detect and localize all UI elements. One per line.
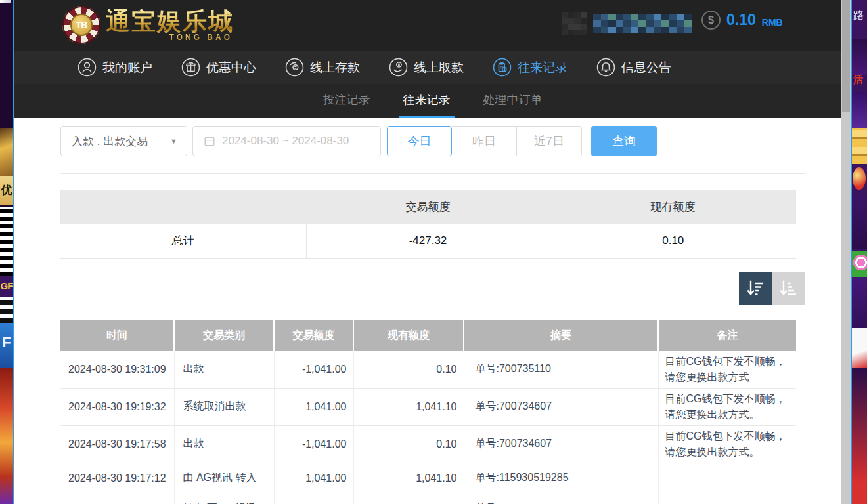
background-promo-badge: 优 [0, 176, 13, 205]
select-value: 入款 . 出款交易 [72, 134, 148, 149]
cell-amount: 1,041.00 [274, 463, 353, 494]
cell-type: 出款 [174, 425, 274, 463]
summary-header-row: 交易额度 现有额度 [60, 190, 796, 224]
table-row: 2024-08-30 19:17:12 由 AG视讯 转入 1,041.00 1… [60, 463, 796, 494]
background-candy-art [852, 251, 867, 277]
col-header-remark: 备注 [658, 320, 796, 351]
record-tabs: 投注记录 往来记录 处理中订单 [14, 84, 851, 118]
nav-item-withdraw[interactable]: 线上取款 [389, 58, 464, 77]
today-button[interactable]: 今日 [387, 126, 452, 156]
dollar-icon: $ [701, 10, 721, 30]
table-row: 2024-08-30 19:31:09 出款 -1,041.00 0.10 单号… [60, 351, 796, 388]
background-art [852, 92, 867, 128]
table-row: 2024-08-30 19:17:58 出款 -1,041.00 0.10 单号… [60, 425, 796, 463]
summary-total-row: 总计 -427.32 0.10 [60, 224, 796, 258]
chip-monogram: TB [70, 14, 93, 36]
background-art [852, 368, 867, 504]
avatar [562, 12, 587, 35]
table-header-row: 时间 交易类别 交易额度 现有额度 摘要 备注 [60, 320, 796, 351]
nav-label: 优惠中心 [206, 59, 256, 76]
tab-pending-orders[interactable]: 处理中订单 [479, 84, 546, 118]
cell-type: 转出 至 AG视讯 [174, 494, 274, 504]
nav-label: 我的账户 [102, 59, 152, 76]
gift-icon [181, 58, 200, 77]
date-range-value: 2024-08-30 ~ 2024-08-30 [222, 135, 349, 148]
nav-label: 信息公告 [621, 59, 671, 76]
background-coin-art [0, 128, 13, 177]
deposit-icon [285, 58, 304, 77]
account-modal: TB 通宝娱乐城 TONG BAO $ 0.10 RMB 我的账户 [13, 0, 852, 504]
background-page-left-strip: 优 GF F [0, 0, 13, 504]
summary-header-empty [60, 190, 306, 224]
scrollbar-thumb[interactable] [842, 0, 850, 112]
nav-item-promotions[interactable]: 优惠中心 [181, 58, 256, 77]
cell-type: 由 AG视讯 转入 [174, 463, 274, 494]
background-letter-art: F [0, 323, 13, 368]
tab-transaction-records[interactable]: 往来记录 [399, 84, 455, 118]
bell-icon [596, 58, 615, 77]
cell-remark: 目前CG钱包下发不顺畅，请您更换出款方式。 [658, 388, 796, 425]
sort-descending-button[interactable] [739, 272, 772, 305]
summary-total-amount: -427.32 [306, 224, 550, 258]
table-row: 2024-08-30 19:19:32 系统取消出款 1,041.00 1,04… [60, 388, 796, 425]
col-header-type: 交易类别 [174, 320, 274, 351]
date-range-input[interactable]: 2024-08-30 ~ 2024-08-30 [192, 126, 381, 156]
brand-title: 通宝娱乐城 TONG BAO [106, 6, 234, 36]
cell-summary: 单号:700735110 [464, 351, 658, 388]
sort-controls [60, 272, 805, 305]
cell-type: 系统取消出款 [174, 388, 274, 425]
cell-balance: 1,041.10 [353, 388, 464, 425]
nav-item-deposit[interactable]: 线上存款 [285, 58, 360, 77]
sort-ascending-button[interactable] [772, 272, 805, 305]
top-header: TB 通宝娱乐城 TONG BAO $ 0.10 RMB [14, 0, 851, 51]
brand-name: 通宝娱乐城 [106, 6, 234, 36]
cell-amount: -965.00 [274, 494, 353, 504]
brand-logo: TB 通宝娱乐城 TONG BAO [62, 6, 234, 44]
background-gf-logo: GF [0, 276, 13, 297]
tab-betting-records[interactable]: 投注记录 [319, 84, 374, 118]
vertical-scrollbar[interactable] [841, 0, 851, 504]
nav-item-announcements[interactable]: 信息公告 [596, 58, 671, 77]
cell-remark: 目前CG钱包下发不顺畅，请您更换出款方式 [658, 351, 796, 388]
cell-amount: -1,041.00 [274, 351, 353, 388]
divider [60, 173, 805, 174]
cell-summary: 单号:700734607 [464, 425, 658, 463]
cell-amount: 1,041.00 [274, 388, 353, 425]
nav-item-my-account[interactable]: 我的账户 [78, 58, 152, 77]
yesterday-button[interactable]: 昨日 [452, 126, 517, 156]
summary-total-label: 总计 [60, 224, 306, 258]
sort-descending-icon [745, 280, 765, 297]
background-art [852, 39, 867, 75]
nav-label: 往来记录 [518, 59, 567, 76]
cell-summary: 单号:115930500401 [464, 494, 658, 504]
background-page-right-strip: 路 活 [852, 0, 867, 504]
casino-chip-icon: TB [62, 6, 100, 44]
transaction-type-select[interactable]: 入款 . 出款交易 ▼ [60, 126, 187, 156]
col-header-balance: 现有额度 [353, 320, 464, 351]
cell-balance: 1,041.10 [353, 463, 464, 494]
search-button[interactable]: 查询 [591, 126, 657, 156]
summary-header-transaction-amount: 交易额度 [306, 190, 550, 224]
cell-time: 2024-08-30 19:17:58 [60, 425, 174, 463]
quick-date-buttons: 今日 昨日 近7日 [387, 126, 582, 156]
transactions-table: 时间 交易类别 交易额度 现有额度 摘要 备注 2024-08-30 19:31… [60, 320, 796, 504]
background-text: 路 [853, 8, 864, 23]
background-art [852, 194, 867, 249]
cell-balance: 0.10 [353, 494, 464, 504]
last-7-days-button[interactable]: 近7日 [517, 126, 582, 156]
filter-bar: 入款 . 出款交易 ▼ 2024-08-30 ~ 2024-08-30 今日 昨… [60, 126, 805, 156]
records-icon [493, 58, 512, 77]
cell-remark: 目前CG钱包下发不顺畅，请您更换出款方式。 [658, 425, 796, 463]
page: 优 GF F 路 活 TB 通宝娱乐城 TONG [0, 0, 867, 504]
username-pixelated [593, 14, 692, 33]
nav-item-transaction-records[interactable]: 往来记录 [493, 58, 567, 77]
cell-summary: 单号:115930519285 [464, 463, 658, 494]
table-row: 2024-08-30 19:10:45 转出 至 AG视讯 -965.00 0.… [60, 494, 796, 504]
cell-time: 2024-08-30 19:19:32 [60, 388, 174, 425]
username-redacted [562, 12, 692, 35]
cell-balance: 0.10 [353, 425, 464, 463]
col-header-amount: 交易额度 [274, 320, 353, 351]
summary-current-balance: 0.10 [550, 224, 796, 258]
background-gold-art [852, 128, 867, 164]
records-content: 入款 . 出款交易 ▼ 2024-08-30 ~ 2024-08-30 今日 昨… [14, 118, 851, 504]
